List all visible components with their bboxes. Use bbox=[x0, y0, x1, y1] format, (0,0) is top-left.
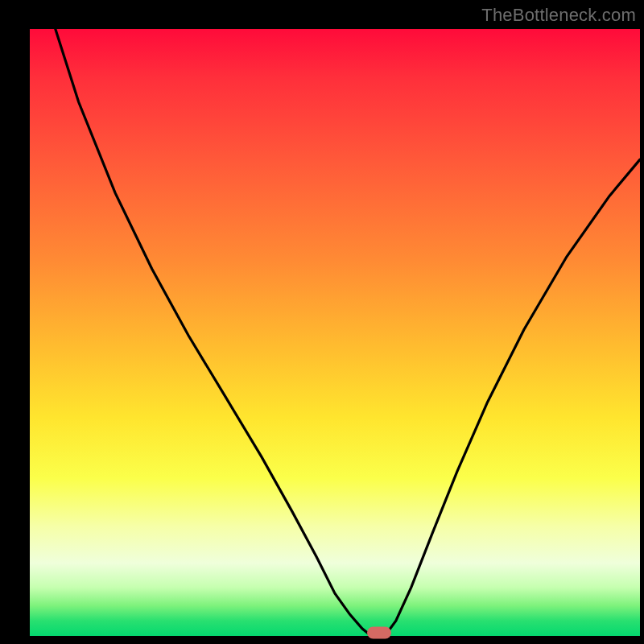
chart-plot-area bbox=[30, 29, 640, 636]
watermark-text: TheBottleneck.com bbox=[481, 5, 636, 26]
chart-frame: TheBottleneck.com bbox=[0, 0, 644, 644]
valley-marker bbox=[367, 627, 391, 639]
